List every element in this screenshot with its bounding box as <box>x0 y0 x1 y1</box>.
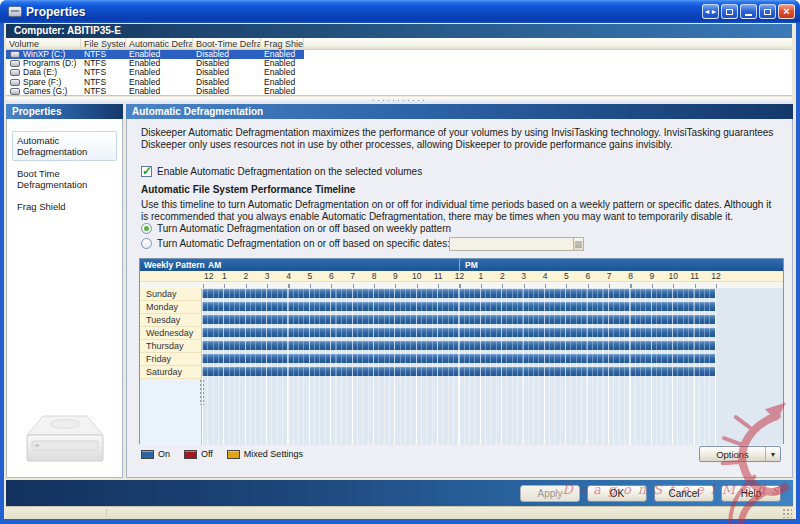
hour-label: 11 <box>434 271 443 282</box>
minimize-button[interactable] <box>740 4 757 19</box>
column-header[interactable]: Frag Shield <box>261 38 304 49</box>
legend-label: On <box>158 449 170 459</box>
timeline-legend: OnOffMixed Settings <box>141 449 303 459</box>
hour-label: 3 <box>265 271 270 282</box>
volume-cell: WinXP (C:) <box>6 50 81 59</box>
window-title: Properties <box>26 5 702 19</box>
day-label: Thursday <box>140 340 202 353</box>
day-grid[interactable] <box>202 288 783 301</box>
column-header[interactable]: Boot-Time Defragm... <box>193 38 261 49</box>
timeline-day-row[interactable]: Thursday <box>140 340 783 353</box>
legend-swatch-on <box>141 450 154 459</box>
options-button[interactable]: Options ▼ <box>699 446 781 462</box>
column-header-filler <box>304 38 792 49</box>
on-bar[interactable] <box>202 302 715 311</box>
timeline-day-row[interactable]: Tuesday <box>140 314 783 327</box>
day-label: Tuesday <box>140 314 202 327</box>
column-header[interactable]: Volume <box>6 38 81 49</box>
on-bar[interactable] <box>202 367 715 376</box>
minimize-glyph <box>745 14 752 16</box>
sidebar-item-boot-time-defragmentation[interactable]: Boot Time Defragmentation <box>12 164 117 194</box>
weekly-pattern-timeline[interactable]: Weekly Pattern AM PM 1212345678910111212… <box>139 258 784 444</box>
cancel-button[interactable]: Cancel <box>654 485 714 502</box>
volume-cell: Programs (D:) <box>6 59 81 68</box>
table-cell: NTFS <box>81 50 126 59</box>
timeline-day-row[interactable]: Friday <box>140 353 783 366</box>
column-header[interactable]: Automatic Defragm... <box>126 38 193 49</box>
day-label: Friday <box>140 353 202 366</box>
table-row[interactable]: Spare (F:)NTFSEnabledDisabledEnabled <box>6 78 304 87</box>
resize-grip[interactable] <box>782 508 792 518</box>
help-button[interactable]: Help <box>721 485 781 502</box>
on-bar[interactable] <box>202 341 715 350</box>
on-bar[interactable] <box>202 315 715 324</box>
hour-label: 9 <box>393 271 398 282</box>
timeline-day-row[interactable]: Saturday <box>140 366 783 379</box>
properties-window: Properties ◄►× Computer: ABITIP35-E Volu… <box>0 0 800 524</box>
day-grid[interactable] <box>202 353 783 366</box>
hour-label: 6 <box>329 271 334 282</box>
table-row[interactable]: Games (G:)NTFSEnabledDisabledEnabled <box>6 87 304 96</box>
day-grid[interactable] <box>202 340 783 353</box>
am-label: AM <box>208 260 221 270</box>
legend-swatch-mixed-settings <box>227 450 240 459</box>
table-row[interactable]: Programs (D:)NTFSEnabledDisabledEnabled <box>6 59 304 68</box>
sidebar-item-automatic-defragmentation[interactable]: Automatic Defragmentation <box>12 131 117 161</box>
day-grid[interactable] <box>202 327 783 340</box>
options-dropdown-arrow-icon[interactable]: ▼ <box>765 447 780 461</box>
column-header[interactable]: File System <box>81 38 126 49</box>
table-row[interactable]: WinXP (C:)NTFSEnabledDisabledEnabled <box>6 50 304 59</box>
day-grid[interactable] <box>202 301 783 314</box>
timeline-day-row[interactable]: Wednesday <box>140 327 783 340</box>
specific-dates-radio-row[interactable]: Turn Automatic Defragmentation on or off… <box>141 238 450 249</box>
day-grid[interactable] <box>202 366 783 379</box>
column-splitter-grip[interactable] <box>199 379 204 405</box>
table-cell: Enabled <box>261 50 304 59</box>
window-box-glyph <box>764 9 771 15</box>
window-box-glyph <box>726 9 733 15</box>
timeline-hours-row: 12123456789101112123456789101112 <box>140 271 783 282</box>
table-cell: Disabled <box>193 59 261 68</box>
day-label: Saturday <box>140 366 202 379</box>
volume-cell: Games (G:) <box>6 87 81 96</box>
table-cell: NTFS <box>81 68 126 77</box>
legend-swatch-off <box>184 450 197 459</box>
volume-cell: Spare (F:) <box>6 78 81 87</box>
table-cell: NTFS <box>81 78 126 87</box>
on-bar[interactable] <box>202 328 715 337</box>
table-cell: Enabled <box>261 87 304 96</box>
hour-label: 2 <box>243 271 248 282</box>
restore-window-button[interactable] <box>721 4 738 19</box>
main-panel: Automatic Defragmentation Diskeeper Auto… <box>126 104 793 478</box>
maximize-button[interactable] <box>759 4 776 19</box>
table-row[interactable]: Data (E:)NTFSEnabledDisabledEnabled <box>6 68 304 77</box>
nav-arrows-button[interactable]: ◄► <box>702 4 719 19</box>
ok-button[interactable]: OK <box>587 485 647 502</box>
sidebar-body: Automatic DefragmentationBoot Time Defra… <box>6 119 123 478</box>
date-picker-button[interactable]: ▦ <box>574 237 584 251</box>
specific-dates-radio[interactable] <box>141 238 152 249</box>
hour-label: 10 <box>669 271 678 282</box>
table-cell: Disabled <box>193 68 261 77</box>
weekly-pattern-radio[interactable] <box>141 223 152 234</box>
volume-table[interactable]: VolumeFile SystemAutomatic Defragm...Boo… <box>6 38 792 96</box>
horizontal-splitter[interactable] <box>6 97 792 103</box>
legend-item: On <box>141 449 170 459</box>
timeline-day-rows: SundayMondayTuesdayWednesdayThursdayFrid… <box>140 288 783 379</box>
day-grid[interactable] <box>202 314 783 327</box>
on-bar[interactable] <box>202 289 715 298</box>
weekly-pattern-corner-label: Weekly Pattern <box>144 260 205 270</box>
table-cell: Enabled <box>126 87 193 96</box>
disk-drive-image <box>23 411 107 469</box>
close-button[interactable]: × <box>778 4 795 19</box>
hour-label: 1 <box>479 271 484 282</box>
specific-dates-input[interactable] <box>449 237 574 251</box>
weekly-pattern-radio-row[interactable]: Turn Automatic Defragmentation on or off… <box>141 223 451 234</box>
timeline-day-row[interactable]: Sunday <box>140 288 783 301</box>
on-bar[interactable] <box>202 354 715 363</box>
main-panel-body: Diskeeper Automatic Defragmentation maxi… <box>126 119 793 478</box>
enable-checkbox[interactable] <box>141 166 152 177</box>
timeline-section-title: Automatic File System Performance Timeli… <box>141 184 355 195</box>
timeline-day-row[interactable]: Monday <box>140 301 783 314</box>
sidebar-item-frag-shield[interactable]: Frag Shield <box>12 197 117 216</box>
